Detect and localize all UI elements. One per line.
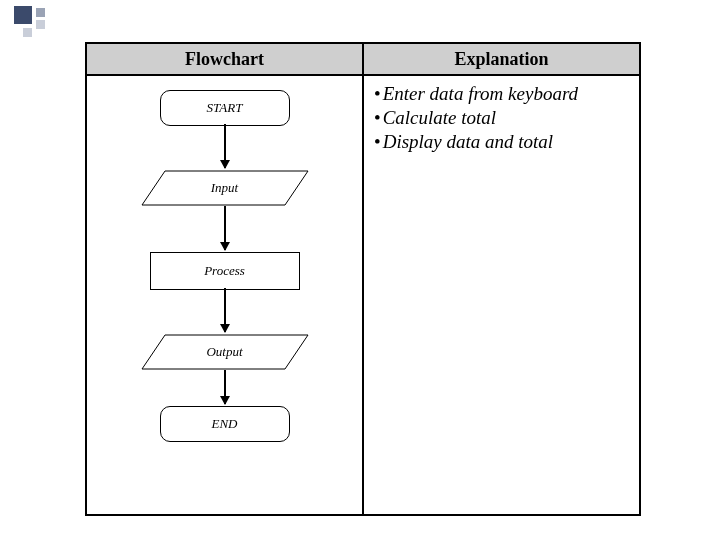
- flowchart-diagram: START Input Process: [87, 76, 362, 516]
- flowchart-input-label: Input: [141, 170, 309, 206]
- flow-arrow-icon: [224, 370, 226, 404]
- flowchart-output-label: Output: [141, 334, 309, 370]
- flowchart-end-terminator: END: [160, 406, 290, 442]
- flowchart-process-label: Process: [204, 263, 245, 279]
- flowchart-cell: START Input Process: [87, 76, 364, 516]
- explanation-item: Display data and total: [374, 130, 629, 154]
- flowchart-input-io: Input: [141, 170, 309, 206]
- flowchart-start-terminator: START: [160, 90, 290, 126]
- explanation-list: Enter data from keyboard Calculate total…: [364, 76, 639, 153]
- flow-arrow-icon: [224, 206, 226, 250]
- explanation-item: Enter data from keyboard: [374, 82, 629, 106]
- flowchart-end-label: END: [212, 416, 238, 432]
- flowchart-process-box: Process: [150, 252, 300, 290]
- header-flowchart: Flowchart: [87, 44, 364, 74]
- explanation-item: Calculate total: [374, 106, 629, 130]
- flowchart-start-label: START: [207, 100, 243, 116]
- content-table: Flowchart Explanation START Input Proces…: [85, 42, 641, 516]
- flowchart-output-io: Output: [141, 334, 309, 370]
- table-body-row: START Input Process: [87, 76, 639, 516]
- table-header-row: Flowchart Explanation: [87, 44, 639, 76]
- header-explanation: Explanation: [364, 44, 639, 74]
- flow-arrow-icon: [224, 288, 226, 332]
- explanation-cell: Enter data from keyboard Calculate total…: [364, 76, 639, 516]
- flow-arrow-icon: [224, 124, 226, 168]
